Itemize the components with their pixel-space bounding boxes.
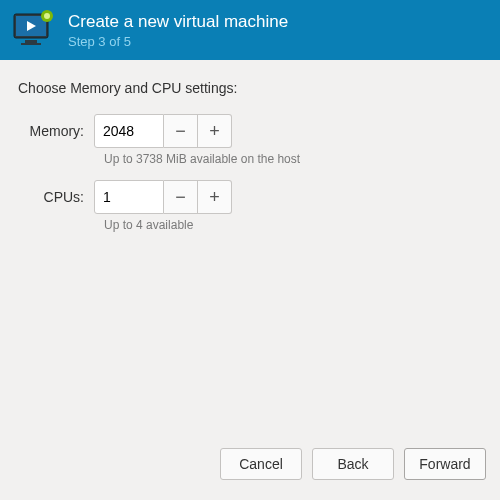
cpus-increment-button[interactable]: + [198,180,232,214]
memory-row: Memory: − + [18,114,482,148]
cancel-button[interactable]: Cancel [220,448,302,480]
wizard-header: Create a new virtual machine Step 3 of 5 [0,0,500,60]
cpus-row: CPUs: − + [18,180,482,214]
memory-hint: Up to 3738 MiB available on the host [104,152,482,166]
svg-rect-3 [25,40,37,43]
memory-label: Memory: [18,123,94,139]
cpus-hint: Up to 4 available [104,218,482,232]
svg-rect-4 [21,43,41,45]
section-heading: Choose Memory and CPU settings: [18,80,482,96]
memory-decrement-button[interactable]: − [164,114,198,148]
cpus-input[interactable] [94,180,164,214]
memory-increment-button[interactable]: + [198,114,232,148]
vm-monitor-icon [12,10,56,50]
svg-point-6 [44,13,50,19]
memory-spinbox: − + [94,114,232,148]
wizard-footer: Cancel Back Forward [0,433,500,500]
cpus-spinbox: − + [94,180,232,214]
wizard-step-label: Step 3 of 5 [68,34,288,49]
header-titles: Create a new virtual machine Step 3 of 5 [68,12,288,49]
memory-input[interactable] [94,114,164,148]
cpus-label: CPUs: [18,189,94,205]
wizard-title: Create a new virtual machine [68,12,288,32]
cpus-decrement-button[interactable]: − [164,180,198,214]
forward-button[interactable]: Forward [404,448,486,480]
back-button[interactable]: Back [312,448,394,480]
wizard-content: Choose Memory and CPU settings: Memory: … [0,60,500,433]
